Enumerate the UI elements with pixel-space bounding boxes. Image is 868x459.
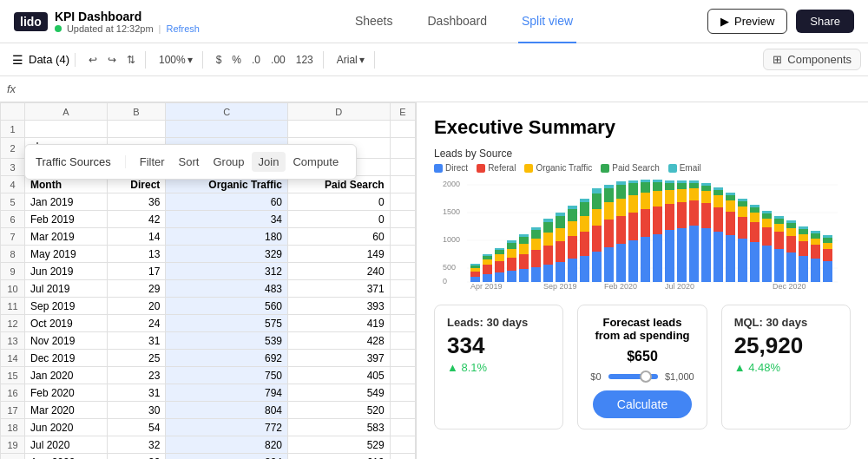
cell-r19-c1[interactable]: 32 xyxy=(107,436,166,454)
cell-r19-c2[interactable]: 820 xyxy=(166,436,288,454)
cell-r17-c1[interactable]: 30 xyxy=(107,402,166,419)
cell-r18-c1[interactable]: 54 xyxy=(107,419,166,436)
cell-r15-c0[interactable]: Jan 2020 xyxy=(25,367,108,384)
cell-r17-c4[interactable] xyxy=(390,402,415,419)
components-button[interactable]: ⊞ Components xyxy=(763,49,861,70)
cell-r1-c3[interactable] xyxy=(288,121,391,138)
context-menu-filter[interactable]: Filter xyxy=(133,152,172,172)
cell-r14-c0[interactable]: Dec 2019 xyxy=(25,350,108,367)
cell-r11-c3[interactable]: 393 xyxy=(288,298,391,315)
cell-r18-c2[interactable]: 772 xyxy=(166,419,288,436)
cell-r13-c2[interactable]: 539 xyxy=(166,332,288,350)
cell-r14-c1[interactable]: 25 xyxy=(107,350,166,367)
cell-r9-c1[interactable]: 17 xyxy=(107,263,166,280)
cell-r13-c3[interactable]: 428 xyxy=(288,332,391,350)
cell-r20-c1[interactable]: 32 xyxy=(107,454,166,460)
cell-r11-c0[interactable]: Sep 2019 xyxy=(25,298,108,315)
cell-r12-c0[interactable]: Oct 2019 xyxy=(25,315,108,332)
cell-r14-c4[interactable] xyxy=(390,350,415,367)
cell-r9-c3[interactable]: 240 xyxy=(288,263,391,280)
cell-r8-c1[interactable]: 13 xyxy=(107,246,166,263)
cell-r8-c0[interactable]: May 2019 xyxy=(25,246,108,263)
cell-r6-c3[interactable]: 0 xyxy=(288,211,391,228)
cell-r20-c3[interactable]: 619 xyxy=(288,454,391,460)
cell-r6-c2[interactable]: 34 xyxy=(166,211,288,228)
cell-r1-c0[interactable] xyxy=(25,121,108,138)
cell-r6-c1[interactable]: 42 xyxy=(107,211,166,228)
cell-r20-c2[interactable]: 804 xyxy=(166,454,288,460)
cell-r5-c0[interactable]: Jan 2019 xyxy=(25,193,108,211)
cell-r15-c2[interactable]: 750 xyxy=(166,367,288,384)
cell-r19-c0[interactable]: Jul 2020 xyxy=(25,436,108,454)
cell-r15-c4[interactable] xyxy=(390,367,415,384)
number-button[interactable]: 123 xyxy=(292,51,318,69)
cell-r10-c1[interactable]: 29 xyxy=(107,280,166,298)
cell-r1-c4[interactable] xyxy=(390,121,415,138)
cell-r3-c4[interactable] xyxy=(390,159,415,176)
undo-button[interactable]: ↩ xyxy=(84,51,102,69)
cell-r8-c2[interactable]: 329 xyxy=(166,246,288,263)
cell-r5-c4[interactable] xyxy=(390,193,415,211)
font-select[interactable]: Arial ▾ xyxy=(332,51,369,69)
cell-r1-c2[interactable] xyxy=(166,121,288,138)
currency-button[interactable]: $ xyxy=(212,51,227,69)
cell-r16-c3[interactable]: 549 xyxy=(288,384,391,402)
cell-r12-c1[interactable]: 24 xyxy=(107,315,166,332)
cell-r10-c2[interactable]: 483 xyxy=(166,280,288,298)
cell-r15-c1[interactable]: 23 xyxy=(107,367,166,384)
cell-r17-c2[interactable]: 804 xyxy=(166,402,288,419)
cell-r7-c0[interactable]: Mar 2019 xyxy=(25,228,108,246)
cell-r10-c4[interactable] xyxy=(390,280,415,298)
tab-sheets[interactable]: Sheets xyxy=(352,0,397,43)
cell-r13-c1[interactable]: 31 xyxy=(107,332,166,350)
cell-r9-c4[interactable] xyxy=(390,263,415,280)
col-header-d[interactable]: D xyxy=(288,103,391,121)
slider-track[interactable] xyxy=(608,374,658,379)
cell-r8-c4[interactable] xyxy=(390,246,415,263)
cell-r11-c2[interactable]: 560 xyxy=(166,298,288,315)
cell-r19-c3[interactable]: 529 xyxy=(288,436,391,454)
formula-input[interactable] xyxy=(23,82,861,95)
cell-r2-c4[interactable] xyxy=(390,138,415,159)
cell-r7-c3[interactable]: 60 xyxy=(288,228,391,246)
cell-r13-c0[interactable]: Nov 2019 xyxy=(25,332,108,350)
cell-r18-c3[interactable]: 583 xyxy=(288,419,391,436)
cell-r16-c0[interactable]: Feb 2020 xyxy=(25,384,108,402)
slider-thumb[interactable] xyxy=(640,370,652,383)
cell-r20-c4[interactable] xyxy=(390,454,415,460)
col-header-c[interactable]: C xyxy=(166,103,288,121)
context-menu-join[interactable]: Join xyxy=(252,152,286,172)
cell-r15-c3[interactable]: 405 xyxy=(288,367,391,384)
cell-r5-c1[interactable]: 36 xyxy=(107,193,166,211)
cell-r18-c0[interactable]: Jun 2020 xyxy=(25,419,108,436)
cell-r10-c0[interactable]: Jul 2019 xyxy=(25,280,108,298)
cell-r6-c4[interactable] xyxy=(390,211,415,228)
cell-r16-c4[interactable] xyxy=(390,384,415,402)
cell-r11-c1[interactable]: 20 xyxy=(107,298,166,315)
tab-split-view[interactable]: Split view xyxy=(518,0,576,43)
cell-r7-c4[interactable] xyxy=(390,228,415,246)
cell-r12-c2[interactable]: 575 xyxy=(166,315,288,332)
cell-r7-c1[interactable]: 14 xyxy=(107,228,166,246)
cell-r5-c3[interactable]: 0 xyxy=(288,193,391,211)
cell-r5-c2[interactable]: 60 xyxy=(166,193,288,211)
cell-r17-c3[interactable]: 520 xyxy=(288,402,391,419)
decimal1-button[interactable]: .0 xyxy=(247,51,265,69)
cell-r20-c0[interactable]: Aug 2020 xyxy=(25,454,108,460)
cell-r18-c4[interactable] xyxy=(390,419,415,436)
cell-r19-c4[interactable] xyxy=(390,436,415,454)
cell-r1-c1[interactable] xyxy=(107,121,166,138)
cell-r8-c3[interactable]: 149 xyxy=(288,246,391,263)
calculate-button[interactable]: Calculate xyxy=(593,390,692,418)
percent-button[interactable]: % xyxy=(227,51,246,69)
col-header-b[interactable]: B xyxy=(107,103,166,121)
context-menu-sort[interactable]: Sort xyxy=(172,152,207,172)
cell-r14-c3[interactable]: 397 xyxy=(288,350,391,367)
cell-r13-c4[interactable] xyxy=(390,332,415,350)
col-header-a[interactable]: A xyxy=(25,103,108,121)
cell-r6-c0[interactable]: Feb 2019 xyxy=(25,211,108,228)
filter-icon[interactable]: ⇅ xyxy=(122,51,140,69)
context-menu-group[interactable]: Group xyxy=(206,152,251,172)
cell-r16-c1[interactable]: 31 xyxy=(107,384,166,402)
cell-r4-c4[interactable] xyxy=(390,176,415,193)
